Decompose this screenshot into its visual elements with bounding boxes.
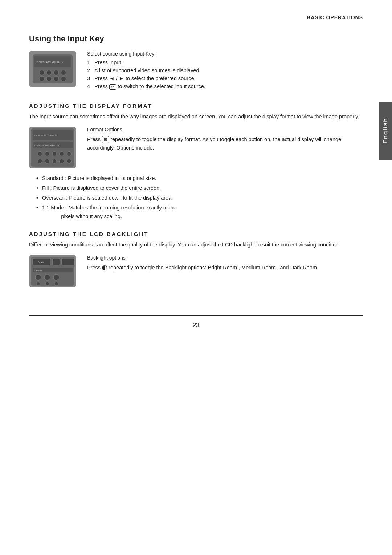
- header-rule: [29, 23, 363, 23]
- select-source-heading: Select source using Input Key: [87, 51, 363, 57]
- step-1: 1Press Input .: [87, 60, 363, 65]
- format-block: YPbPr HDMI Video1 TV YPbPr2 HDMI2 Video2…: [29, 127, 363, 168]
- svg-point-16: [38, 152, 42, 156]
- svg-point-9: [54, 76, 59, 81]
- remote-image-2: YPbPr HDMI Video1 TV YPbPr2 HDMI2 Video2…: [29, 127, 76, 168]
- backlight-body-text: Press repeatedly to toggle the Backlight…: [87, 264, 320, 272]
- svg-point-4: [46, 70, 52, 75]
- svg-text:YPbPr  HDMI  Video1  TV: YPbPr HDMI Video1 TV: [34, 134, 57, 136]
- language-tab: English: [379, 102, 392, 160]
- bullet-mode11: 1:1 Mode : Matches the incoming resoluti…: [36, 204, 363, 220]
- header-title: BASIC OPERATIONS: [29, 15, 363, 20]
- svg-point-3: [39, 70, 44, 75]
- format-options-heading: Format Options: [87, 127, 363, 132]
- language-label: English: [382, 118, 389, 144]
- step-2: 2A list of supported video sources is di…: [87, 68, 363, 73]
- svg-point-23: [52, 159, 57, 163]
- svg-point-25: [67, 159, 71, 163]
- format-instructions: Format Options Press ⊟ repeatedly to tog…: [87, 127, 363, 158]
- svg-point-5: [54, 70, 59, 75]
- main-content: Using the Input Key YPbPr HDMI Video1 TV: [0, 34, 392, 315]
- ok-icon: ↵: [109, 84, 116, 90]
- svg-point-8: [46, 76, 52, 81]
- svg-point-34: [44, 274, 50, 280]
- svg-point-7: [39, 76, 44, 81]
- svg-point-38: [54, 282, 58, 286]
- format-icon: ⊟: [102, 136, 109, 143]
- svg-point-22: [45, 159, 49, 163]
- svg-text:Favorite: Favorite: [34, 269, 42, 272]
- svg-text:YPbPr2  HDMI2  Video2  PC: YPbPr2 HDMI2 Video2 PC: [34, 144, 60, 147]
- remote-image-3: Power Favorite: [29, 255, 76, 287]
- backlight-block: Power Favorite Backlight options Press r…: [29, 255, 363, 287]
- section1-title: Using the Input Key: [29, 34, 363, 44]
- backlight-icon: [102, 265, 107, 270]
- svg-rect-29: [62, 258, 74, 265]
- svg-text:YPbPr  HDMI  Video1  TV: YPbPr HDMI Video1 TV: [36, 61, 64, 63]
- svg-point-24: [60, 159, 64, 163]
- svg-rect-28: [53, 258, 60, 265]
- step-4: 4Press ↵ to switch to the selected input…: [87, 83, 363, 90]
- footer: 23: [0, 316, 392, 335]
- svg-point-6: [61, 70, 66, 75]
- svg-text:Power: Power: [38, 261, 44, 263]
- page-container: English BASIC OPERATIONS Using the Input…: [0, 0, 392, 555]
- svg-point-18: [52, 152, 57, 156]
- svg-point-17: [45, 152, 49, 156]
- svg-point-37: [45, 282, 49, 286]
- section2-body: The input source can sometimes affect th…: [29, 113, 363, 121]
- bullet-fill: Fill : Picture is displayed to cover the…: [36, 184, 363, 192]
- section3-body: Different viewing conditions can affect …: [29, 241, 363, 249]
- bullet-standard: Standard : Picture is displayed in its o…: [36, 174, 363, 183]
- svg-point-10: [61, 76, 66, 81]
- remote-image-1: YPbPr HDMI Video1 TV: [29, 51, 76, 87]
- backlight-instructions: Backlight options Press repeatedly to to…: [87, 255, 320, 278]
- svg-point-20: [67, 152, 71, 156]
- page-number: 23: [192, 322, 200, 329]
- svg-point-19: [60, 152, 64, 156]
- section3-title: ADJUSTING THE LCD BACKLIGHT: [29, 231, 363, 237]
- section2-title: ADJUSTING THE DISPLAY FORMAT: [29, 103, 363, 109]
- bullet-overscan: Overscan : Picture is scaled down to fit…: [36, 194, 363, 202]
- format-body-text: Press ⊟ repeatedly to toggle the display…: [87, 135, 363, 152]
- header-section: BASIC OPERATIONS: [0, 0, 392, 23]
- format-bullets: Standard : Picture is displayed in its o…: [36, 174, 363, 221]
- svg-point-36: [36, 282, 40, 286]
- steps-list: 1Press Input . 2A list of supported vide…: [87, 60, 363, 90]
- backlight-options-heading: Backlight options: [87, 255, 320, 261]
- svg-point-21: [38, 159, 42, 163]
- input-key-instructions: Select source using Input Key 1Press Inp…: [87, 51, 363, 92]
- svg-point-33: [35, 274, 41, 280]
- step-3: 3Press ◄ / ► to select the preferred sou…: [87, 76, 363, 81]
- input-key-block: YPbPr HDMI Video1 TV Select source using…: [29, 51, 363, 92]
- svg-point-35: [53, 274, 59, 280]
